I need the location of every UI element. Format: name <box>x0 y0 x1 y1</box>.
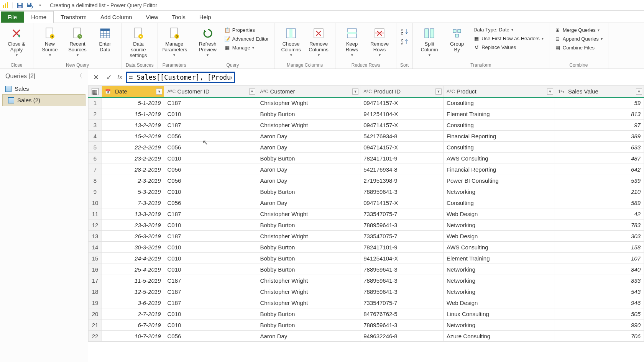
cell[interactable]: 6-7-2019 <box>102 319 164 331</box>
cell[interactable]: C187 <box>164 97 257 108</box>
cell[interactable]: 11-5-2019 <box>102 275 164 286</box>
cell[interactable]: C056 <box>164 175 257 186</box>
cell[interactable]: 633 <box>555 142 644 153</box>
cell[interactable]: 782417101-9 <box>360 153 444 164</box>
data-type-button[interactable]: Data Type: Date <box>472 26 545 33</box>
cell[interactable]: 26-3-2019 <box>102 231 164 242</box>
cell[interactable]: Christopher Wright <box>257 297 360 308</box>
merge-queries-button[interactable]: ⊞Merge Queries <box>553 26 604 34</box>
formula-commit-button[interactable]: ✓ <box>104 73 113 82</box>
cell[interactable]: Web Design <box>443 297 555 308</box>
cell[interactable]: 813 <box>555 108 644 120</box>
cell[interactable]: AWS Consulting <box>443 153 555 164</box>
properties-button[interactable]: 📋Properties <box>223 26 270 34</box>
cell[interactable]: 158 <box>555 242 644 253</box>
save-as-icon[interactable] <box>25 1 34 10</box>
cell[interactable]: 833 <box>555 275 644 286</box>
cell[interactable]: 22-2-2019 <box>102 142 164 153</box>
cell[interactable]: 25-4-2019 <box>102 264 164 275</box>
cell[interactable]: 788959641-3 <box>360 286 444 297</box>
cell[interactable]: 5-1-2019 <box>102 97 164 108</box>
cell[interactable]: C010 <box>164 108 257 120</box>
cell[interactable]: C187 <box>164 231 257 242</box>
cell[interactable]: C010 <box>164 219 257 231</box>
column-header[interactable]: 📅Date▼ <box>102 86 164 97</box>
column-header[interactable]: AᴮCCustomer▼ <box>257 86 360 97</box>
cell[interactable]: C010 <box>164 186 257 197</box>
cell[interactable]: Christopher Wright <box>257 120 360 131</box>
column-header[interactable]: AᴮCCustomer ID▼ <box>164 86 257 97</box>
cell[interactable]: 97 <box>555 120 644 131</box>
filter-dropdown-icon[interactable]: ▼ <box>352 88 358 95</box>
cell[interactable]: 733547075-7 <box>360 297 444 308</box>
cell[interactable]: C056 <box>164 131 257 142</box>
choose-columns-button[interactable]: Choose Columns <box>278 25 304 57</box>
tab-home[interactable]: Home <box>24 11 54 23</box>
recent-sources-button[interactable]: Recent Sources <box>65 25 90 57</box>
cell[interactable]: 543 <box>555 286 644 297</box>
cell[interactable]: Power BI Consulting <box>443 175 555 186</box>
formula-cancel-button[interactable]: ✕ <box>91 73 100 82</box>
cell[interactable]: 107 <box>555 253 644 264</box>
manage-parameters-button[interactable]: ⚙Manage Parameters <box>162 25 187 57</box>
tab-file[interactable]: File <box>1 11 24 23</box>
close-apply-button[interactable]: Close & Apply <box>4 25 29 57</box>
replace-values-button[interactable]: ↺Replace Values <box>472 43 545 51</box>
cell[interactable]: 788959641-3 <box>360 186 444 197</box>
cell[interactable]: 733547075-7 <box>360 231 444 242</box>
split-column-button[interactable]: Split Column <box>417 25 442 57</box>
cell[interactable]: Networking <box>443 186 555 197</box>
save-icon[interactable] <box>15 1 25 10</box>
remove-rows-button[interactable]: Remove Rows <box>367 25 392 57</box>
filter-dropdown-icon[interactable]: ▼ <box>547 88 553 95</box>
cell[interactable]: Christopher Wright <box>257 275 360 286</box>
cell[interactable]: 24-4-2019 <box>102 253 164 264</box>
cell[interactable]: 840 <box>555 264 644 275</box>
cell[interactable]: Consulting <box>443 120 555 131</box>
cell[interactable]: C187 <box>164 286 257 297</box>
cell[interactable]: Aaron Day <box>257 142 360 153</box>
row-number[interactable]: 10 <box>89 197 102 208</box>
cell[interactable]: Christopher Wright <box>257 286 360 297</box>
cell[interactable]: 542176934-8 <box>360 164 444 175</box>
cell[interactable]: C187 <box>164 120 257 131</box>
query-item[interactable]: Sales <box>0 83 88 94</box>
row-number[interactable]: 2 <box>89 108 102 120</box>
manage-button[interactable]: ▦Manage <box>223 44 270 51</box>
append-queries-button[interactable]: ⊟Append Queries <box>553 35 604 43</box>
cell[interactable]: Bobby Burton <box>257 219 360 231</box>
cell[interactable]: Consulting <box>443 142 555 153</box>
cell[interactable]: 3-6-2019 <box>102 297 164 308</box>
cell[interactable]: Bobby Burton <box>257 108 360 120</box>
cell[interactable]: 733547075-7 <box>360 208 444 219</box>
cell[interactable]: 28-2-2019 <box>102 164 164 175</box>
cell[interactable]: Networking <box>443 264 555 275</box>
row-number[interactable]: 21 <box>89 319 102 331</box>
row-number[interactable]: 5 <box>89 142 102 153</box>
cell[interactable]: 389 <box>555 131 644 142</box>
cell[interactable]: Linux Consulting <box>443 308 555 319</box>
cell[interactable]: 782417101-9 <box>360 242 444 253</box>
fx-icon[interactable]: fx <box>117 74 122 81</box>
cell[interactable]: 941254104-X <box>360 253 444 264</box>
cell[interactable]: 949632246-8 <box>360 331 444 342</box>
cell[interactable]: AWS Consulting <box>443 242 555 253</box>
cell[interactable]: 13-3-2019 <box>102 208 164 219</box>
cell[interactable]: C187 <box>164 208 257 219</box>
remove-columns-button[interactable]: Remove Columns <box>306 25 331 57</box>
row-number[interactable]: 19 <box>89 297 102 308</box>
data-source-settings-button[interactable]: Data source settings <box>126 25 151 59</box>
column-header[interactable]: 1²₃Sales Value▼ <box>555 86 644 97</box>
data-grid[interactable]: ▦📅Date▼AᴮCCustomer ID▼AᴮCCustomer▼AᴮCPro… <box>88 86 644 362</box>
cell[interactable]: 941254104-X <box>360 108 444 120</box>
row-number[interactable]: 17 <box>89 275 102 286</box>
cell[interactable]: 59 <box>555 97 644 108</box>
cell[interactable]: Bobby Burton <box>257 319 360 331</box>
cell[interactable]: Consulting <box>443 197 555 208</box>
keep-rows-button[interactable]: Keep Rows <box>339 25 365 57</box>
row-number[interactable]: 8 <box>89 175 102 186</box>
row-number[interactable]: 22 <box>89 331 102 342</box>
cell[interactable]: 13-2-2019 <box>102 120 164 131</box>
cell[interactable]: Aaron Day <box>257 197 360 208</box>
cell[interactable]: 505 <box>555 308 644 319</box>
